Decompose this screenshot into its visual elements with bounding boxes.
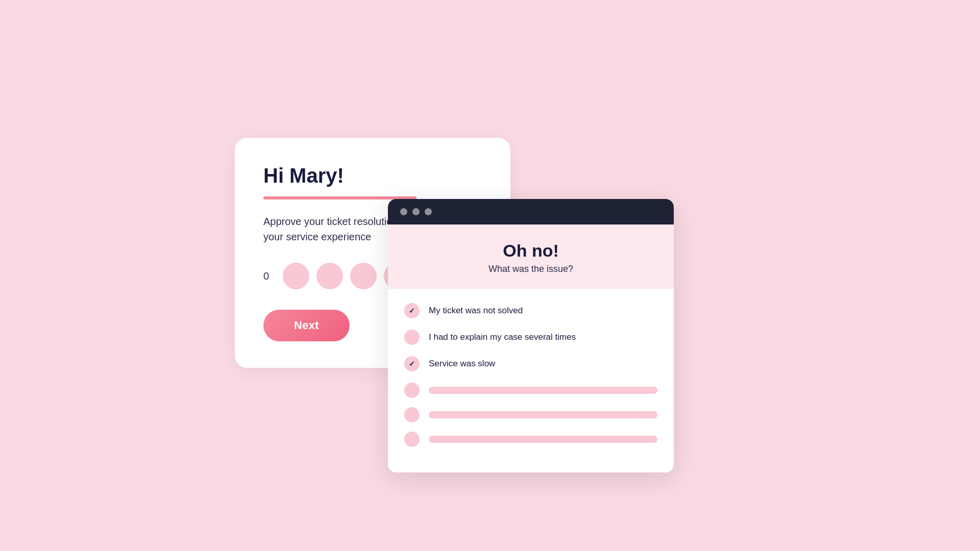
issue-item-3[interactable]: ✓ Service was slow xyxy=(404,356,657,371)
issue-title: Oh no! xyxy=(400,241,662,261)
placeholder-bar-1 xyxy=(429,387,657,394)
rating-dot-3[interactable] xyxy=(350,263,377,289)
titlebar xyxy=(388,199,674,224)
issue-text-1: My ticket was not solved xyxy=(429,306,523,316)
issue-item-1[interactable]: ✓ My ticket was not solved xyxy=(404,303,657,318)
titlebar-dot-3 xyxy=(425,208,432,215)
checkmark-3: ✓ xyxy=(409,360,415,368)
issue-text-3: Service was slow xyxy=(429,359,495,369)
issue-check-2 xyxy=(404,330,420,345)
next-button[interactable]: Next xyxy=(263,310,350,341)
issue-subtitle: What was the issue? xyxy=(400,264,662,274)
issue-text-2: I had to explain my case several times xyxy=(429,332,576,342)
issue-check-1: ✓ xyxy=(404,303,420,318)
rating-min-label: 0 xyxy=(263,270,276,282)
placeholder-bar-3 xyxy=(429,436,657,443)
greeting-text: Hi Mary! xyxy=(263,164,482,187)
rating-dot-1[interactable] xyxy=(283,263,309,289)
issue-body: ✓ My ticket was not solved I had to expl… xyxy=(388,289,674,472)
issue-item-2[interactable]: I had to explain my case several times xyxy=(404,330,657,345)
placeholder-dot-3 xyxy=(404,432,420,447)
issue-check-3: ✓ xyxy=(404,356,420,371)
placeholder-dot-2 xyxy=(404,407,420,422)
rating-dot-2[interactable] xyxy=(316,263,343,289)
placeholder-dot-1 xyxy=(404,383,420,398)
placeholder-item-2 xyxy=(404,407,657,422)
scene: Hi Mary! Approve your ticket resolution … xyxy=(235,97,745,454)
checkmark-1: ✓ xyxy=(409,307,415,315)
placeholder-bar-2 xyxy=(429,411,657,418)
titlebar-dot-2 xyxy=(412,208,420,215)
placeholder-item-3 xyxy=(404,432,657,447)
issue-card: Oh no! What was the issue? ✓ My ticket w… xyxy=(388,199,674,472)
titlebar-dot-1 xyxy=(400,208,407,215)
issue-header: Oh no! What was the issue? xyxy=(388,224,674,289)
placeholder-item-1 xyxy=(404,383,657,398)
